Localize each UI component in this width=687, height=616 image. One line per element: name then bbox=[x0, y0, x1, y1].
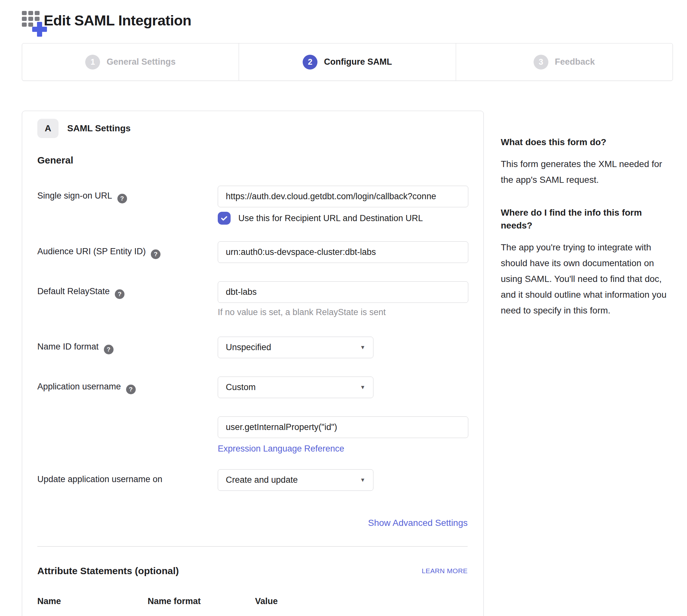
grid-square bbox=[22, 17, 27, 21]
update-username-value: Create and update bbox=[226, 475, 298, 485]
relay-state-label-text: Default RelayState bbox=[37, 286, 110, 296]
name-id-format-label-text: Name ID format bbox=[37, 342, 99, 351]
chevron-down-icon: ▼ bbox=[360, 345, 365, 350]
sso-url-label-text: Single sign-on URL bbox=[37, 191, 112, 200]
add-app-grid-icon bbox=[22, 11, 43, 30]
sso-url-input[interactable] bbox=[218, 186, 468, 207]
section-header: A SAML Settings bbox=[37, 119, 468, 138]
sidebar-answer-1: This form generates the XML needed for t… bbox=[501, 156, 673, 188]
grid-square bbox=[35, 17, 40, 21]
step-1-circle: 1 bbox=[85, 55, 100, 69]
audience-uri-row: Audience URI (SP Entity ID)? bbox=[37, 241, 468, 263]
relay-state-control: If no value is set, a blank RelayState i… bbox=[218, 281, 468, 317]
step-configure-saml[interactable]: 2 Configure SAML bbox=[239, 43, 455, 81]
attribute-statements-title: Attribute Statements (optional) bbox=[37, 566, 179, 576]
update-username-label: Update application username on bbox=[37, 469, 218, 484]
custom-expression-input[interactable] bbox=[218, 416, 468, 438]
chevron-down-icon: ▼ bbox=[360, 477, 365, 483]
grid-square bbox=[28, 17, 33, 21]
wizard-stepper: 1 General Settings 2 Configure SAML 3 Fe… bbox=[22, 43, 673, 81]
app-username-value: Custom bbox=[226, 382, 256, 392]
grid-square bbox=[35, 11, 40, 15]
update-username-select[interactable]: Create and update ▼ bbox=[218, 469, 373, 491]
step-feedback[interactable]: 3 Feedback bbox=[456, 43, 672, 81]
help-icon[interactable]: ? bbox=[117, 194, 127, 203]
column-header-name-format: Name format bbox=[147, 596, 255, 606]
sidebar-question-1: What does this form do? bbox=[501, 136, 673, 149]
page-title: Edit SAML Integration bbox=[44, 12, 191, 29]
step-2-label: Configure SAML bbox=[324, 57, 392, 67]
sidebar-answer-2: The app you're trying to integrate with … bbox=[501, 239, 673, 318]
column-header-name: Name bbox=[37, 596, 147, 606]
update-username-control: Create and update ▼ bbox=[218, 469, 468, 491]
help-icon[interactable]: ? bbox=[104, 345, 114, 354]
chevron-down-icon: ▼ bbox=[360, 384, 365, 390]
recipient-url-checkbox-row: Use this for Recipient URL and Destinati… bbox=[218, 212, 468, 225]
name-id-format-label: Name ID format? bbox=[37, 337, 218, 354]
attribute-table-header: Name Name format Value bbox=[37, 596, 468, 606]
help-icon[interactable]: ? bbox=[126, 384, 136, 394]
app-username-row: Application username? Custom ▼ bbox=[37, 377, 468, 398]
app-username-select[interactable]: Custom ▼ bbox=[218, 377, 373, 398]
check-icon bbox=[220, 214, 228, 222]
grid-square bbox=[22, 23, 27, 27]
grid-square bbox=[28, 11, 33, 15]
relay-state-row: Default RelayState? If no value is set, … bbox=[37, 281, 468, 317]
custom-expression-spacer bbox=[37, 416, 218, 422]
help-icon[interactable]: ? bbox=[151, 249, 160, 259]
recipient-url-checkbox[interactable] bbox=[218, 212, 231, 225]
name-id-format-control: Unspecified ▼ bbox=[218, 337, 468, 358]
advanced-settings-row: Show Advanced Settings bbox=[37, 518, 468, 528]
help-icon[interactable]: ? bbox=[115, 289, 124, 299]
expression-language-reference-link[interactable]: Expression Language Reference bbox=[218, 444, 344, 454]
section-title: SAML Settings bbox=[67, 123, 131, 134]
audience-uri-control bbox=[218, 241, 468, 263]
audience-uri-label: Audience URI (SP Entity ID)? bbox=[37, 241, 218, 259]
name-id-format-row: Name ID format? Unspecified ▼ bbox=[37, 337, 468, 358]
relay-state-label: Default RelayState? bbox=[37, 281, 218, 299]
step-3-label: Feedback bbox=[555, 57, 595, 67]
learn-more-link[interactable]: LEARN MORE bbox=[422, 567, 468, 575]
relay-state-helper: If no value is set, a blank RelayState i… bbox=[218, 307, 468, 317]
general-heading: General bbox=[37, 155, 468, 166]
sidebar-question-2: Where do I find the info this form needs… bbox=[501, 206, 673, 233]
grid-square bbox=[22, 11, 27, 15]
section-badge: A bbox=[37, 119, 59, 138]
page-header: Edit SAML Integration bbox=[22, 8, 673, 33]
audience-uri-label-text: Audience URI (SP Entity ID) bbox=[37, 246, 146, 256]
app-username-label-text: Application username bbox=[37, 382, 121, 391]
name-id-format-value: Unspecified bbox=[226, 343, 271, 352]
show-advanced-settings-link[interactable]: Show Advanced Settings bbox=[368, 518, 468, 528]
custom-expression-row: Expression Language Reference bbox=[37, 416, 468, 454]
app-username-control: Custom ▼ bbox=[218, 377, 468, 398]
step-general-settings[interactable]: 1 General Settings bbox=[22, 43, 239, 81]
sso-url-control bbox=[218, 186, 468, 207]
page: Edit SAML Integration 1 General Settings… bbox=[0, 8, 687, 616]
audience-uri-input[interactable] bbox=[218, 241, 468, 263]
relay-state-input[interactable] bbox=[218, 281, 468, 303]
saml-settings-card: A SAML Settings General Single sign-on U… bbox=[22, 111, 484, 616]
sso-url-row: Single sign-on URL? bbox=[37, 186, 468, 207]
name-id-format-select[interactable]: Unspecified ▼ bbox=[218, 337, 373, 358]
custom-expression-control: Expression Language Reference bbox=[218, 416, 468, 454]
recipient-url-checkbox-label: Use this for Recipient URL and Destinati… bbox=[238, 213, 423, 223]
section-divider bbox=[37, 546, 468, 547]
step-3-circle: 3 bbox=[533, 55, 548, 69]
step-2-circle: 2 bbox=[303, 55, 317, 69]
help-sidebar: What does this form do? This form genera… bbox=[501, 111, 673, 318]
content-row: A SAML Settings General Single sign-on U… bbox=[22, 111, 673, 616]
sso-url-label: Single sign-on URL? bbox=[37, 186, 218, 203]
attribute-statements-header: Attribute Statements (optional) LEARN MO… bbox=[37, 566, 468, 576]
step-1-label: General Settings bbox=[107, 57, 176, 67]
plus-icon bbox=[32, 22, 47, 37]
update-username-row: Update application username on Create an… bbox=[37, 469, 468, 491]
column-header-value: Value bbox=[255, 596, 278, 606]
update-username-label-text: Update application username on bbox=[37, 475, 162, 484]
app-username-label: Application username? bbox=[37, 377, 218, 394]
